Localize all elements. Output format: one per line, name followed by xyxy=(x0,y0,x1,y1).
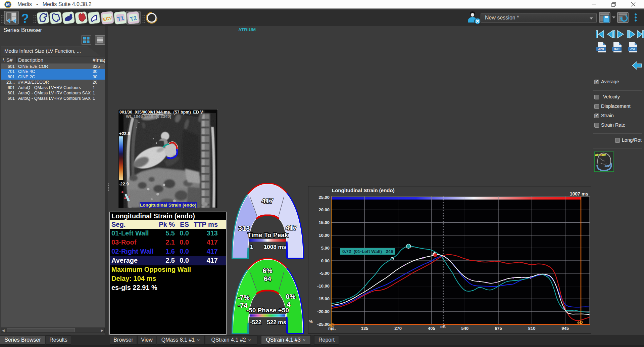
svg-text:WL 1046 1819 (0 2340): WL 1046 1819 (0 2340) xyxy=(126,114,171,119)
svg-text:540: 540 xyxy=(461,326,469,331)
svg-text:810: 810 xyxy=(528,326,536,331)
svg-text:6%: 6% xyxy=(263,267,273,274)
svg-text:DAT: DAT xyxy=(614,47,620,51)
svg-text:945: 945 xyxy=(561,326,569,331)
svg-text:417: 417 xyxy=(285,224,297,231)
svg-text:Time To Peak: Time To Peak xyxy=(248,231,288,238)
svg-text:AVI: AVI xyxy=(630,47,635,51)
svg-text:-20.00: -20.00 xyxy=(317,309,330,314)
svg-text:-10.00: -10.00 xyxy=(317,284,330,289)
svg-text:-7%: -7% xyxy=(238,294,250,301)
svg-text:0.72 (01-Left Wall) 246: 0.72 (01-Left Wall) 246 xyxy=(342,249,393,254)
svg-text:5.00: 5.00 xyxy=(321,246,330,251)
svg-text:1: 1 xyxy=(250,244,253,250)
svg-text:eD: eD xyxy=(577,320,583,325)
svg-text:atrium: atrium xyxy=(595,153,606,157)
svg-text:1008 ms: 1008 ms xyxy=(264,244,286,250)
svg-text:25.00: 25.00 xyxy=(318,195,330,200)
svg-text:-522: -522 xyxy=(250,319,261,326)
svg-text:270: 270 xyxy=(394,326,402,331)
svg-text:-5.00: -5.00 xyxy=(319,271,330,276)
svg-text:135: 135 xyxy=(361,326,368,331)
svg-text:?: ? xyxy=(21,11,29,26)
svg-text:522 ms: 522 ms xyxy=(267,319,286,326)
svg-text:313: 313 xyxy=(238,224,250,232)
svg-text:20.00: 20.00 xyxy=(318,207,330,212)
svg-text:+22.9: +22.9 xyxy=(119,131,130,136)
svg-text:-15.00: -15.00 xyxy=(317,296,330,301)
svg-text:JPG: JPG xyxy=(598,47,604,51)
svg-text:-74: -74 xyxy=(238,302,248,309)
svg-text:-50 Phase +50: -50 Phase +50 xyxy=(247,307,289,314)
svg-text:15.00: 15.00 xyxy=(318,220,330,225)
svg-text:1007 ms: 1007 ms xyxy=(570,191,588,197)
svg-text:405: 405 xyxy=(428,326,435,331)
svg-text:Longitudinal Strain (endo): Longitudinal Strain (endo) xyxy=(332,187,395,193)
svg-text:001/30 035/0000/1044 ms. (57: 001/30 035/0000/1044 ms. (57 bpm) ED V xyxy=(119,110,203,115)
svg-text:-22.9: -22.9 xyxy=(119,181,129,186)
svg-text:10.00: 10.00 xyxy=(318,233,330,238)
svg-text:Longitudinal Strain (endo): Longitudinal Strain (endo) xyxy=(140,203,196,208)
svg-text:0.00: 0.00 xyxy=(321,258,330,263)
svg-text:0%: 0% xyxy=(286,293,296,300)
svg-text:675: 675 xyxy=(495,326,502,331)
svg-text:64: 64 xyxy=(264,275,271,283)
svg-text:ms.: ms. xyxy=(328,326,336,331)
svg-text:417: 417 xyxy=(261,197,273,205)
svg-text:%: % xyxy=(309,319,313,324)
svg-text:eS: eS xyxy=(440,324,446,329)
svg-text:-25.00: -25.00 xyxy=(317,322,330,327)
